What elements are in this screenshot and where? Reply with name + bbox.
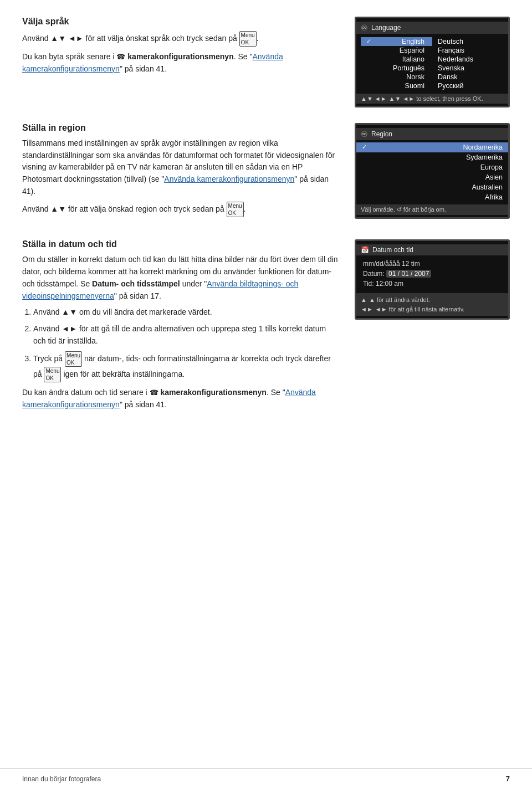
stalla-region-para1: Tillsammans med inställningen av språk a… xyxy=(22,137,338,197)
datum-value: 01 / 01 / 2007 xyxy=(386,270,431,278)
stalla-datum-text: Ställa in datum och tid Om du ställer in… xyxy=(22,239,338,415)
kamera-config-bold: kamerakonfigurationsmenyn xyxy=(127,52,233,61)
region-row-afrika: Afrika xyxy=(356,192,508,202)
valja-sprak-para1: Använd ▲▼ ◄► för att välja önskat språk … xyxy=(22,31,338,47)
language-screen-footer: ▲▼ ◄► ▲▼ ◄► to select, then press OK. xyxy=(356,94,508,104)
footer-left-text: Innan du börjar fotografera xyxy=(22,775,101,783)
stalla-region-section: Ställa in region Tillsammans med inställ… xyxy=(22,123,510,222)
language-row-nederlands: Nederlands xyxy=(432,55,504,64)
region-row-asien: Asien xyxy=(356,172,508,182)
language-screen-image: ♾ Language ✓English Español Italiano xyxy=(355,17,510,107)
region-row-europa: Europa xyxy=(356,162,508,172)
stalla-datum-section: Ställa in datum och tid Om du ställer in… xyxy=(22,239,510,415)
globe-icon: ♾ xyxy=(361,23,368,32)
menu-ok-symbol-3: MenuOK xyxy=(65,351,82,367)
clock-icon: 📅 xyxy=(361,246,369,254)
language-row-francais: Français xyxy=(432,46,504,55)
valja-sprak-section: Välja språk Använd ▲▼ ◄► för att välja ö… xyxy=(22,17,510,107)
check-icon: ✓ xyxy=(366,38,371,45)
stalla-datum-end: Du kan ändra datum och tid senare i ☎ ka… xyxy=(22,387,338,411)
datetime-datum-row: Datum: 01 / 01 / 2007 xyxy=(356,269,508,279)
region-screen-footer: Välj område. ↺ för att börja om. xyxy=(356,204,508,215)
language-row-espanol: Español xyxy=(361,46,432,55)
datum-bold: Datum- och tidsstämpel xyxy=(92,279,180,288)
region-row-australien: Australien xyxy=(356,182,508,192)
region-row-sydamerika: Sydamerika xyxy=(356,152,508,162)
datetime-screen-header: 📅 Datum och tid xyxy=(356,244,508,255)
language-row-svenska: Svenska xyxy=(432,64,504,73)
valja-sprak-para2: Du kan byta språk senare i ☎ kamerakonfi… xyxy=(22,51,338,75)
footer-line-2: ◄► ◄► för att gå till nästa alternativ. xyxy=(361,305,504,314)
valja-sprak-text: Välja språk Använd ▲▼ ◄► för att välja ö… xyxy=(22,17,338,79)
step-3: Tryck på MenuOK när datum-, tids- och fo… xyxy=(33,351,338,382)
menu-ok-symbol-4: MenuOK xyxy=(44,367,61,382)
datetime-screen: 📅 Datum och tid mm/dd/åååå 12 tim Datum:… xyxy=(355,239,510,320)
menu-ok-symbol-2: MenuOK xyxy=(227,202,244,217)
language-screen-header: ♾ Language xyxy=(356,22,508,34)
stalla-region-para3: Använd ▲▼ för att välja önskad region oc… xyxy=(22,202,338,217)
datetime-tid-row: Tid: 12:00 am xyxy=(356,279,508,289)
language-screen: ♾ Language ✓English Español Italiano xyxy=(355,17,510,107)
region-rows: ✓Nordamerika Sydamerika Europa Asien Aus… xyxy=(356,142,508,202)
stalla-region-text: Ställa in region Tillsammans med inställ… xyxy=(22,123,338,222)
region-row-nordamerika: ✓Nordamerika xyxy=(356,142,508,152)
kamera-config-bold-2: kamerakonfigurationsmenyn xyxy=(160,388,266,397)
valja-sprak-heading: Välja språk xyxy=(22,17,338,27)
datetime-format-row: mm/dd/åååå 12 tim xyxy=(356,259,508,269)
language-row-russian: Русский xyxy=(432,81,504,90)
region-screen: ♾ Region ✓Nordamerika Sydamerika Europa … xyxy=(355,123,510,219)
language-columns: ✓English Español Italiano Português Nors xyxy=(356,36,508,91)
language-row-dansk: Dansk xyxy=(432,73,504,81)
language-row-suomi: Suomi xyxy=(361,81,432,90)
datetime-screen-footer: ▲ ▲ för att ändra värdet. ◄► ◄► för att … xyxy=(356,293,508,316)
globe-icon-region: ♾ xyxy=(361,130,368,139)
step-2: Använd ◄► för att gå till de andra alter… xyxy=(33,323,338,347)
stalla-region-heading: Ställa in region xyxy=(22,123,338,133)
stalla-datum-para1: Om du ställer in korrekt datum och tid k… xyxy=(22,254,338,302)
stalla-datum-heading: Ställa in datum och tid xyxy=(22,239,338,249)
footer-line-1: ▲ ▲ för att ändra värdet. xyxy=(361,295,504,305)
nav-arrows-footer: ▲▼ ◄► xyxy=(361,95,387,102)
stalla-datum-steps: Använd ▲▼ om du vill ändra det markerade… xyxy=(33,306,338,382)
language-col1: ✓English Español Italiano Português Nors xyxy=(361,37,432,90)
region-screen-header: ♾ Region xyxy=(356,128,508,140)
language-row-norsk: Norsk xyxy=(361,73,432,81)
region-screen-image: ♾ Region ✓Nordamerika Sydamerika Europa … xyxy=(355,123,510,219)
language-row-deutsch: Deutsch xyxy=(432,37,504,46)
menu-ok-symbol-1: MenuOK xyxy=(239,31,257,47)
page-number: 7 xyxy=(506,775,510,783)
language-row-italiano: Italiano xyxy=(361,55,432,64)
step-1: Använd ▲▼ om du vill ändra det markerade… xyxy=(33,306,338,319)
page-container: Välja språk Använd ▲▼ ◄► för att välja ö… xyxy=(0,0,532,794)
page-footer: Innan du börjar fotografera 7 xyxy=(0,769,532,783)
language-col2: Deutsch Français Nederlands Svenska Dans… xyxy=(432,37,504,90)
language-row-portugues: Português xyxy=(361,64,432,73)
check-region: ✓ xyxy=(362,144,367,151)
datetime-screen-image: 📅 Datum och tid mm/dd/åååå 12 tim Datum:… xyxy=(355,239,510,320)
camera-icon-2: ☎ xyxy=(150,388,158,397)
camera-icon-1: ☎ xyxy=(116,53,125,61)
language-row-english: ✓English xyxy=(361,37,432,46)
link-anvanda-region[interactable]: Använda kamerakonfigurationsmenyn xyxy=(164,175,294,183)
